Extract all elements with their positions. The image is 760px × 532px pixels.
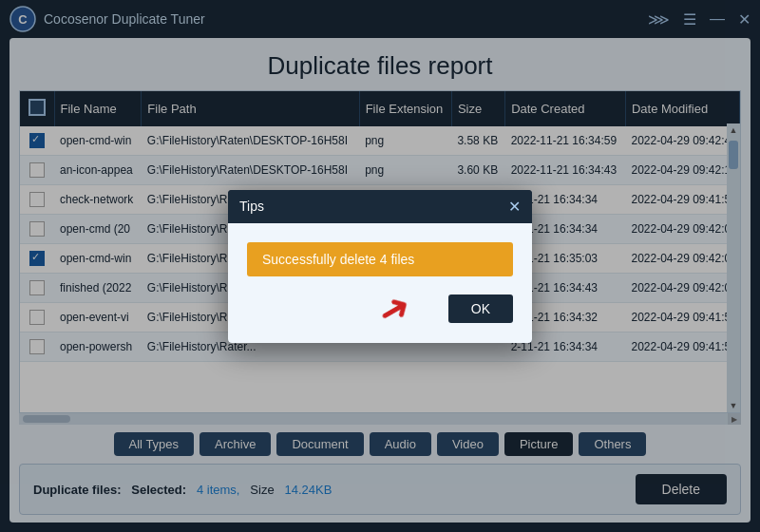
arrow-icon: ➜ [370, 284, 417, 333]
dialog-ok-button[interactable]: OK [448, 294, 513, 323]
dialog-title: Tips [239, 199, 264, 214]
dialog-message: Successfully delete 4 files [247, 242, 513, 276]
dialog-body: Successfully delete 4 files ➜ OK [228, 223, 532, 343]
dialog-titlebar: Tips ✕ [228, 190, 532, 223]
dialog-footer: ➜ OK [378, 290, 513, 328]
dialog-overlay: Tips ✕ Successfully delete 4 files ➜ OK [0, 0, 760, 532]
dialog-close-button[interactable]: ✕ [508, 198, 521, 216]
tips-dialog: Tips ✕ Successfully delete 4 files ➜ OK [228, 190, 532, 343]
